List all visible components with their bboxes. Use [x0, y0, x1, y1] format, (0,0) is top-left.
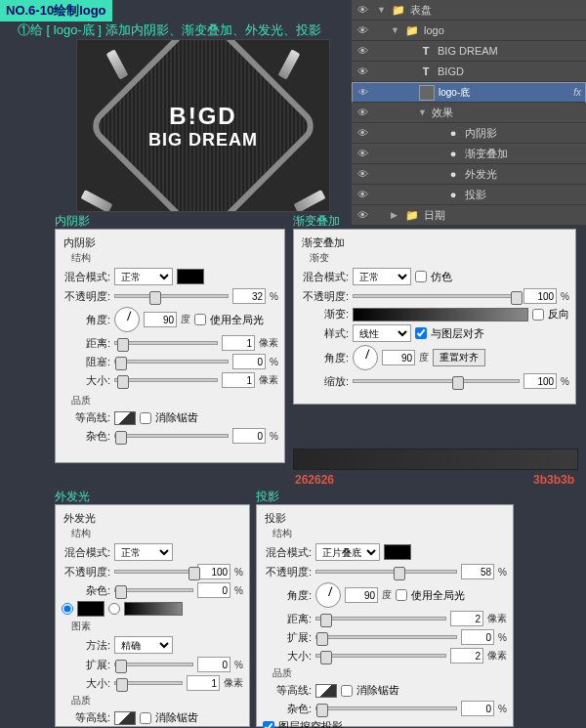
lbl-choke: 阻塞:: [62, 355, 110, 369]
opacity-slider[interactable]: [114, 294, 229, 298]
reverse-checkbox[interactable]: [532, 309, 544, 321]
dither-checkbox[interactable]: [415, 271, 427, 282]
layer-row[interactable]: 👁●渐变叠加: [352, 144, 586, 164]
layer-row[interactable]: 👁●投影: [352, 185, 586, 205]
size-input[interactable]: [450, 648, 483, 664]
visibility-icon[interactable]: 👁: [356, 127, 369, 139]
visibility-icon[interactable]: 👁: [356, 107, 369, 118]
visibility-icon[interactable]: 👁: [356, 189, 369, 200]
size-input[interactable]: [222, 372, 255, 388]
antialias-checkbox[interactable]: [140, 412, 151, 424]
blend-mode-select[interactable]: 正片叠底: [315, 543, 380, 561]
global-light-checkbox[interactable]: [194, 314, 206, 325]
layer-row[interactable]: 👁▼效果: [352, 103, 586, 123]
noise-input[interactable]: [197, 582, 230, 598]
size-slider[interactable]: [315, 654, 446, 658]
glow-gradient[interactable]: [124, 602, 183, 616]
spread-input[interactable]: [197, 657, 230, 672]
spread-slider[interactable]: [114, 663, 193, 666]
noise-slider[interactable]: [114, 588, 193, 592]
text-layer-icon: T: [418, 43, 434, 59]
align-checkbox[interactable]: [415, 327, 427, 339]
layer-row[interactable]: 👁logo-底fx: [352, 82, 586, 103]
opacity-slider[interactable]: [315, 570, 457, 574]
angle-input[interactable]: [345, 587, 378, 603]
angle-input[interactable]: [144, 312, 177, 327]
logo-text-2: BIG DREAM: [148, 129, 258, 150]
choke-input[interactable]: [232, 354, 266, 369]
layer-row[interactable]: 👁●外发光: [352, 164, 586, 185]
noise-input[interactable]: [232, 428, 266, 444]
knockout-checkbox[interactable]: [263, 721, 274, 729]
distance-input[interactable]: [222, 335, 255, 351]
contour-picker[interactable]: [114, 711, 136, 725]
gradient-radio[interactable]: [108, 603, 120, 615]
layer-label: logo-底: [439, 86, 470, 100]
color-radio[interactable]: [62, 603, 73, 615]
layer-row[interactable]: 👁TBIG DREAM: [352, 41, 586, 62]
antialias-checkbox[interactable]: [140, 712, 151, 724]
opacity-slider[interactable]: [353, 294, 520, 298]
visibility-icon[interactable]: 👁: [356, 24, 369, 36]
contour-picker[interactable]: [315, 684, 337, 698]
title-drop-shadow: 投影: [256, 489, 279, 505]
lbl-distance: 距离:: [62, 336, 110, 351]
opacity-input[interactable]: [232, 288, 266, 304]
layer-thumb-icon: [419, 85, 435, 101]
fx-badge[interactable]: fx: [573, 87, 581, 98]
panel-heading: 渐变叠加: [302, 236, 569, 250]
visibility-icon[interactable]: 👁: [356, 148, 369, 159]
angle-dial[interactable]: [114, 307, 140, 332]
scale-input[interactable]: [523, 373, 557, 389]
blend-mode-select[interactable]: 正常: [114, 543, 173, 561]
antialias-checkbox[interactable]: [341, 685, 353, 697]
distance-slider[interactable]: [114, 341, 218, 345]
distance-input[interactable]: [450, 611, 483, 626]
layer-row[interactable]: 👁TBIGD: [352, 62, 586, 82]
color-swatch[interactable]: [177, 269, 204, 284]
opacity-slider[interactable]: [114, 570, 193, 574]
visibility-icon[interactable]: 👁: [356, 87, 370, 98]
gradient-picker[interactable]: [353, 308, 528, 321]
glow-color[interactable]: [77, 601, 105, 617]
opacity-input[interactable]: [197, 564, 230, 579]
spread-input[interactable]: [461, 629, 494, 645]
style-select[interactable]: 线性: [353, 324, 411, 342]
size-slider[interactable]: [114, 681, 183, 685]
gradient-bar[interactable]: [293, 449, 578, 470]
noise-input[interactable]: [461, 701, 494, 716]
noise-slider[interactable]: [315, 707, 457, 710]
angle-dial[interactable]: [353, 345, 378, 370]
angle-input[interactable]: [382, 350, 415, 365]
layer-row[interactable]: 👁▼📁logo: [352, 21, 586, 41]
layer-row[interactable]: 👁▼📁表盘: [352, 0, 586, 21]
visibility-icon[interactable]: 👁: [356, 168, 369, 180]
visibility-icon[interactable]: 👁: [356, 4, 369, 16]
layer-row[interactable]: 👁●内阴影: [352, 123, 586, 144]
contour-picker[interactable]: [114, 411, 136, 425]
color-swatch[interactable]: [384, 544, 411, 560]
global-light-checkbox[interactable]: [396, 589, 407, 601]
opacity-input[interactable]: [523, 288, 557, 304]
blend-mode-select[interactable]: 正常: [353, 268, 411, 285]
blend-mode-select[interactable]: 正常: [114, 268, 173, 285]
angle-dial[interactable]: [315, 582, 341, 608]
visibility-icon[interactable]: 👁: [356, 45, 369, 57]
gradient-overlay-panel: 渐变叠加 渐变 混合模式:正常仿色 不透明度:% 渐变:反向 样式:线性与图层对…: [293, 229, 576, 405]
distance-slider[interactable]: [315, 617, 446, 621]
choke-slider[interactable]: [114, 360, 229, 364]
lbl-opacity: 不透明度:: [62, 289, 110, 304]
method-select[interactable]: 精确: [114, 636, 173, 654]
scale-slider[interactable]: [353, 379, 520, 383]
grad-stop-right: 3b3b3b: [533, 473, 574, 487]
size-input[interactable]: [187, 675, 220, 691]
noise-slider[interactable]: [114, 434, 229, 438]
fold-icon[interactable]: ▼: [418, 107, 428, 117]
fold-icon[interactable]: ▼: [377, 5, 387, 15]
reset-align-button[interactable]: 重置对齐: [433, 349, 485, 366]
opacity-input[interactable]: [461, 564, 494, 579]
fold-icon[interactable]: ▼: [391, 25, 400, 35]
visibility-icon[interactable]: 👁: [356, 65, 369, 77]
size-slider[interactable]: [114, 378, 218, 382]
spread-slider[interactable]: [315, 635, 457, 639]
